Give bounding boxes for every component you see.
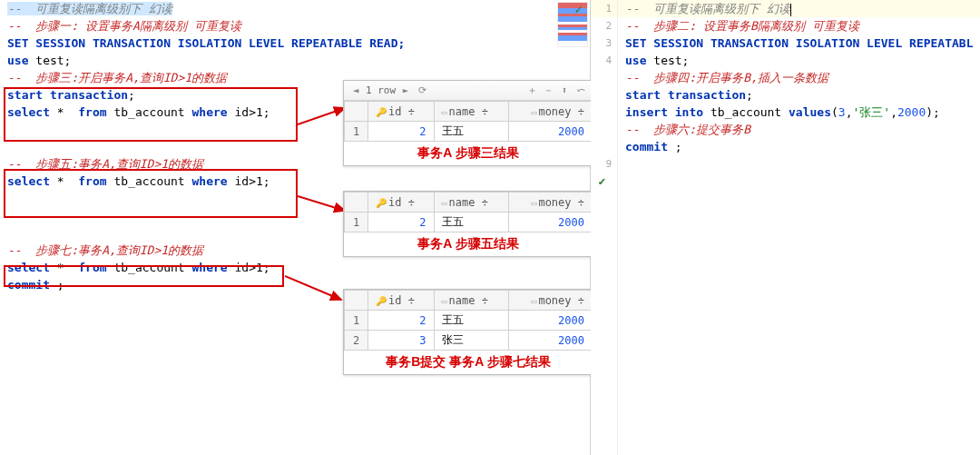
result-table: 🔑id ÷▭name ÷▭money ÷ 12王五2000 — [344, 101, 593, 142]
step1-comment: -- 步骤一: 设置事务A隔离级别 可重复读 — [7, 19, 241, 33]
step6-comment: -- 步骤六:提交事务B — [625, 123, 750, 136]
table-row: 12王五2000 — [345, 213, 593, 232]
title-comment: -- 可重复读隔离级别下 幻读 — [625, 2, 790, 15]
remove-row-icon[interactable]: － — [542, 84, 554, 97]
table-row: 12王五2000 — [345, 311, 593, 331]
result-panel-step3: ◄ 1 row ► ⟳ ＋ － ⬆ ⤺ 🔑id ÷▭name ÷▭money ÷… — [343, 80, 593, 166]
step3-comment: -- 步骤三:开启事务A,查询ID>1的数据 — [7, 71, 227, 84]
result-panel-step5: 🔑id ÷▭name ÷▭money ÷ 12王五2000 事务A 步骤五结果 — [343, 191, 593, 257]
next-page-icon[interactable]: ► — [399, 84, 412, 97]
result-caption: 事务A 步骤三结果 — [344, 142, 593, 165]
table-row: 12王五2000 — [345, 122, 593, 142]
revert-icon[interactable]: ⤺ — [574, 84, 587, 97]
check-icon: ✓ — [599, 174, 606, 188]
redbox-step7 — [4, 265, 284, 287]
text-cursor — [790, 4, 791, 16]
result-toolbar[interactable]: ◄ 1 row ► ⟳ ＋ － ⬆ ⤺ — [344, 81, 593, 101]
code-lines-right[interactable]: -- 可重复读隔离级别下 幻读 -- 步骤二: 设置事务B隔离级别 可重复读 S… — [618, 0, 980, 155]
result-table: 🔑id ÷▭name ÷▭money ÷ 12王五2000 23张三2000 — [344, 290, 593, 351]
step7-comment: -- 步骤七:事务A,查询ID>1的数据 — [7, 243, 203, 257]
result-caption: 事务B提交 事务A 步骤七结果 — [344, 351, 593, 374]
redbox-step3 — [4, 87, 298, 142]
step2-comment: -- 步骤二: 设置事务B隔离级别 可重复读 — [625, 19, 859, 33]
redbox-step5 — [4, 169, 298, 218]
sql-use: use — [7, 54, 28, 67]
sql-set-session: SET SESSION TRANSACTION ISOLATION LEVEL … — [625, 36, 974, 50]
line-gutter: 1 2 3 4 9 — [591, 0, 618, 455]
result-panel-step7: 🔑id ÷▭name ÷▭money ÷ 12王五2000 23张三2000 事… — [343, 289, 593, 375]
result-table: 🔑id ÷▭name ÷▭money ÷ 12王五2000 — [344, 192, 593, 232]
refresh-icon[interactable]: ⟳ — [416, 84, 428, 97]
title-comment: -- 可重复读隔离级别下 幻读 — [7, 2, 172, 15]
sql-set-session: SET SESSION TRANSACTION ISOLATION LEVEL … — [7, 36, 405, 50]
commit-icon[interactable]: ⬆ — [558, 84, 571, 97]
row-count: 1 row — [366, 84, 396, 96]
editor-pane-left[interactable]: ✓ -- 可重复读隔离级别下 幻读 -- 步骤一: 设置事务A隔离级别 可重复读… — [0, 0, 591, 455]
prev-page-icon[interactable]: ◄ — [349, 84, 362, 97]
result-caption: 事务A 步骤五结果 — [344, 232, 593, 256]
add-row-icon[interactable]: ＋ — [525, 84, 538, 97]
editor-pane-right[interactable]: 1 2 3 4 9 ✓ -- 可重复读隔离级别下 幻读 -- 步骤二: 设置事务… — [591, 0, 980, 455]
table-row: 23张三2000 — [345, 331, 593, 351]
step4-comment: -- 步骤四:开启事务B,插入一条数据 — [625, 71, 828, 84]
